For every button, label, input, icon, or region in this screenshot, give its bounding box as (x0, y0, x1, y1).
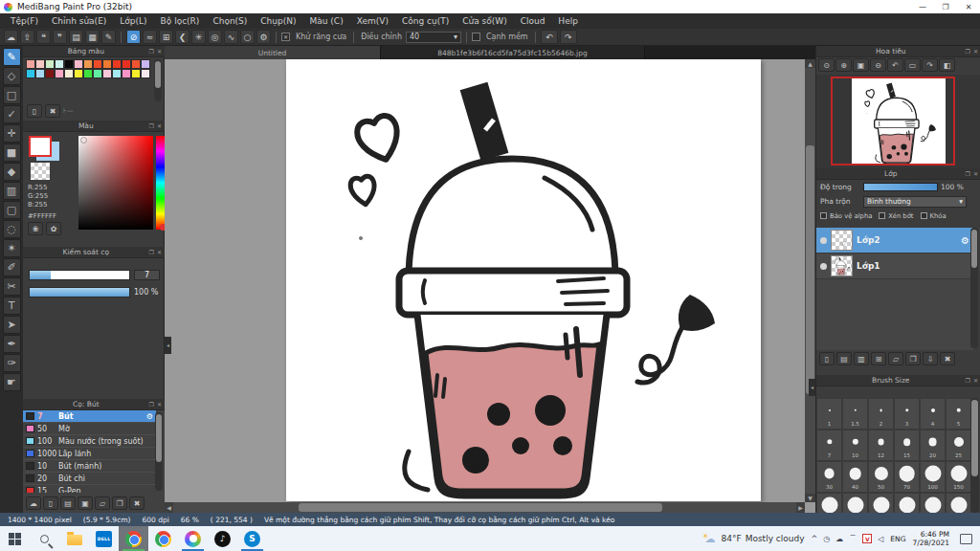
brush-size-cell-1.5[interactable]: 1.5 (842, 398, 868, 430)
menu-item-6[interactable]: Màu (C) (303, 13, 350, 29)
delete-color-icon[interactable]: ✖ (45, 104, 60, 118)
layer-visibility-icon[interactable] (820, 237, 827, 244)
comment-icon[interactable]: ❝ (36, 30, 51, 44)
add-color-icon[interactable]: ▯ (27, 104, 42, 118)
menu-item-3[interactable]: Bộ lọc(R) (154, 13, 207, 29)
language-indicator[interactable]: ENG (890, 535, 905, 543)
brush-size-cell-5[interactable]: 5 (946, 398, 971, 430)
layer-visibility-icon[interactable] (820, 263, 827, 270)
close-icon[interactable]: ✕ (973, 170, 978, 177)
color-swatch-17[interactable] (64, 69, 74, 78)
layer-row-0[interactable]: ♡Lớp2⚙ (816, 228, 973, 253)
chat-icon[interactable]: ❞ (53, 30, 67, 44)
menu-item-0[interactable]: Tệp(F) (4, 13, 45, 29)
onedrive-icon[interactable]: ☁ (835, 535, 843, 543)
tray-chevron-icon[interactable]: ^ (812, 535, 818, 543)
brush-size-cell-15[interactable]: 15 (894, 430, 920, 461)
brush-list-item-3[interactable]: 1000Lấp lánh (23, 448, 156, 460)
palette-mode-icon[interactable]: ❀ (28, 222, 43, 235)
publish-icon[interactable]: ⇧ (20, 30, 34, 44)
blend-dropdown[interactable]: Bình thường ▾ (863, 196, 967, 208)
brush-size-cell-50[interactable]: 50 (868, 461, 894, 493)
add-8bit-layer-icon[interactable]: ▤ (836, 352, 852, 365)
move-tool[interactable]: ✛ (3, 124, 21, 143)
scroll-up-icon[interactable]: ▲ (805, 59, 815, 68)
notification-center-icon[interactable] (960, 534, 972, 544)
skype-app[interactable]: S (237, 526, 267, 551)
palette-add-icon[interactable]: ✿ (46, 222, 61, 235)
menu-item-5[interactable]: Chụp(N) (254, 13, 302, 29)
lasso-tool[interactable]: ◌ (3, 220, 21, 238)
document-icon[interactable]: ▤ (69, 30, 83, 44)
eyedropper-tool[interactable]: ✑ (3, 354, 21, 372)
color-swatch-22[interactable] (112, 69, 122, 78)
ellipse-snap-icon[interactable]: ○ (240, 30, 255, 44)
color-swatch-15[interactable] (45, 69, 55, 78)
antivirus-icon[interactable]: V (862, 534, 872, 543)
layer-checkbox-1[interactable] (879, 212, 885, 219)
merge-layer-icon[interactable]: ⇩ (923, 352, 938, 365)
add-brush-icon[interactable]: ▯ (43, 496, 58, 510)
scroll-left-icon[interactable]: ◀ (165, 502, 173, 513)
collapse-right-panel-button[interactable]: ◂ (809, 379, 815, 396)
brush-list-item-2[interactable]: 100Màu nước (trong suốt) (23, 435, 156, 448)
palette-scrollbar[interactable] (154, 59, 162, 101)
menu-item-2[interactable]: Lớp(L) (113, 13, 153, 29)
fill-shape-tool[interactable]: ■ (3, 143, 21, 162)
popout-icon[interactable]: ❐ (149, 48, 154, 55)
color-swatch-13[interactable] (26, 69, 35, 78)
color-swatch-4[interactable] (64, 59, 74, 69)
color-swatch-14[interactable] (35, 69, 45, 78)
search-button[interactable] (30, 526, 59, 551)
fit-window-icon[interactable]: ▣ (853, 58, 869, 72)
concentric-snap-icon[interactable]: ◎ (208, 30, 222, 44)
navigator-view-rectangle[interactable] (831, 77, 955, 165)
rotate-right-icon[interactable]: ↷ (922, 58, 938, 72)
bucket-tool[interactable]: ◆ (3, 163, 21, 181)
volume-icon[interactable]: ◁ (878, 535, 883, 543)
zoom-actual-icon[interactable]: ⊙ (818, 58, 835, 72)
color-swatch-19[interactable] (83, 69, 93, 78)
brush-size-cell-3[interactable]: 3 (894, 398, 920, 430)
brush-size-cell-150[interactable]: 150 (946, 461, 971, 493)
select-pen-tool[interactable]: ✐ (3, 258, 21, 276)
file-explorer-app[interactable] (59, 526, 89, 551)
menu-item-9[interactable]: Cửa sổ(W) (456, 13, 513, 29)
saturation-value-picker[interactable] (78, 136, 153, 230)
brush-size-cell-100[interactable]: 100 (920, 461, 946, 493)
color-swatch-20[interactable] (93, 69, 102, 78)
cloud-brush-icon[interactable]: ☁ (26, 496, 41, 510)
brush-size-cell-10[interactable]: 10 (842, 430, 868, 461)
add-layer-menu-icon[interactable]: ⊞ (871, 352, 886, 365)
brush-list-item-4[interactable]: 10Bút (mảnh) (23, 460, 156, 473)
document-tab-0[interactable]: Untitled (165, 46, 381, 59)
color-swatch-10[interactable] (122, 59, 131, 69)
chrome-app-2[interactable] (148, 526, 178, 551)
foreground-color-swatch[interactable] (29, 136, 52, 157)
color-swatch-8[interactable] (102, 59, 112, 69)
brush-size-cell-12[interactable]: 12 (868, 430, 894, 461)
add-1bit-layer-icon[interactable]: ▥ (854, 352, 869, 365)
color-swatch-21[interactable] (102, 69, 112, 78)
soft-edge-checkbox[interactable] (472, 33, 480, 41)
tiktok-app[interactable]: ♪ (208, 526, 237, 551)
antialias-toggle-icon[interactable]: ✕ (281, 33, 290, 41)
popout-icon[interactable]: ❐ (149, 122, 154, 129)
operation-tool[interactable]: ➤ (3, 316, 21, 334)
color-swatch-2[interactable] (45, 59, 55, 69)
menu-item-11[interactable]: Help (551, 13, 585, 29)
popout-icon[interactable]: ❐ (149, 249, 154, 255)
adjust-dropdown[interactable]: 40▾ (406, 32, 461, 43)
edit-post-icon[interactable]: ✎ (101, 30, 116, 44)
close-icon[interactable]: ✕ (973, 377, 978, 384)
eraser-tool[interactable]: ◇ (3, 67, 21, 85)
polyline-tool[interactable]: ✓ (3, 105, 21, 123)
brush-list-scrollbar[interactable] (155, 412, 163, 491)
close-icon[interactable]: ✕ (157, 48, 162, 55)
close-icon[interactable]: ✕ (157, 122, 162, 129)
wave-correction-icon[interactable]: ≈ (143, 30, 157, 44)
close-button[interactable]: ✕ (957, 3, 980, 11)
color-swatch-6[interactable] (83, 59, 93, 69)
color-swatch-25[interactable] (141, 69, 150, 78)
brush-size-cell-70[interactable]: 70 (894, 461, 920, 493)
